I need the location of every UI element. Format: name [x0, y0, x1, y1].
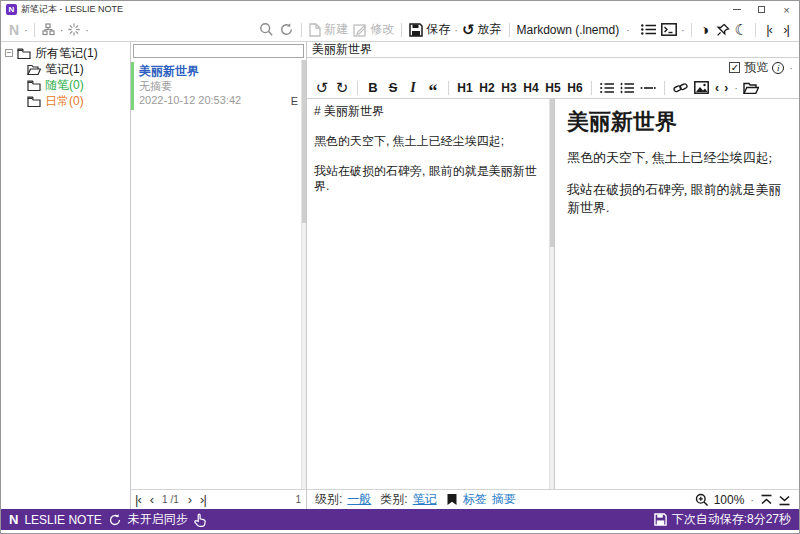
heading4-button[interactable]: H4 — [521, 78, 541, 98]
tree-view-dropdown-icon[interactable]: · — [60, 24, 64, 36]
heading5-button[interactable]: H5 — [543, 78, 563, 98]
collapse-right-panel-button[interactable]: ›| — [778, 20, 794, 40]
horizontal-rule-icon — [640, 82, 656, 94]
titlebar: N 新笔记本 - LESLIE NOTE × — [1, 1, 799, 18]
modify-note-button[interactable]: 修改 — [351, 20, 396, 40]
strikethrough-button[interactable]: S — [384, 78, 402, 98]
bookmark-icon[interactable] — [446, 493, 458, 506]
save-button[interactable]: 保存 — [407, 20, 452, 40]
note-title-input[interactable]: 美丽新世界 — [312, 41, 372, 58]
info-dropdown-icon[interactable]: · — [789, 62, 793, 74]
heading1-button[interactable]: H1 — [455, 78, 475, 98]
horizontal-rule-button[interactable] — [638, 78, 658, 98]
note-list-scrollbar[interactable] — [301, 60, 306, 489]
sync-icon[interactable] — [108, 513, 122, 527]
sidebar-item-all-notes[interactable]: − 所有笔记(1) — [1, 45, 130, 61]
sidebar-item-essays[interactable]: 随笔(0) — [1, 77, 130, 93]
refresh-button[interactable] — [277, 20, 296, 40]
preview-checkbox[interactable]: ✓ — [729, 62, 740, 73]
collapse-left-panel-button[interactable]: |‹ — [761, 20, 777, 40]
discard-button[interactable]: ↺ 放弃 — [460, 20, 504, 40]
tree-view-button[interactable] — [40, 20, 58, 40]
source-line: # 美丽新世界 — [314, 104, 542, 119]
zoom-dropdown-icon[interactable]: · — [750, 494, 754, 506]
next-page-button[interactable]: › — [188, 492, 191, 507]
new-document-icon — [309, 23, 321, 37]
undo-button[interactable]: ↺ — [313, 78, 331, 98]
dark-mode-button[interactable]: ☾ — [733, 20, 750, 40]
link-button[interactable] — [671, 78, 690, 98]
scroll-to-top-icon[interactable] — [760, 494, 773, 506]
close-button[interactable]: × — [774, 1, 799, 18]
last-page-button[interactable]: ›| — [200, 492, 206, 507]
zoom-in-icon[interactable] — [695, 493, 709, 507]
heading3-button[interactable]: H3 — [499, 78, 519, 98]
code-button[interactable]: ‹ › — [713, 78, 731, 98]
toolbar-separator — [34, 23, 35, 37]
bullet-list-button[interactable] — [598, 78, 616, 98]
prev-page-button[interactable]: ‹ — [150, 492, 153, 507]
source-line — [314, 119, 542, 134]
category-value-link[interactable]: 笔记 — [413, 491, 437, 508]
app-menu-dropdown-icon[interactable]: · — [24, 24, 28, 36]
scrollbar-thumb[interactable] — [550, 99, 554, 247]
terminal-dropdown-icon[interactable]: · — [681, 24, 685, 36]
editor-content: # 美丽新世界 黑色的天空下, 焦土上已经尘埃四起; 我站在破损的石碑旁, 眼前… — [307, 99, 799, 489]
source-scrollbar[interactable] — [549, 99, 554, 489]
note-count: 1 — [295, 494, 302, 505]
tree-expander-icon[interactable]: − — [5, 49, 13, 57]
search-button[interactable] — [257, 20, 276, 40]
image-button[interactable] — [692, 78, 711, 98]
first-page-button[interactable]: |‹ — [135, 492, 141, 507]
format-selector[interactable]: Markdown (.lnemd) — [515, 20, 622, 40]
save-dropdown-icon[interactable]: · — [454, 24, 458, 36]
sparkle-dropdown-icon[interactable]: · — [85, 24, 89, 36]
link-icon — [673, 81, 688, 95]
edit-icon — [353, 23, 367, 37]
maximize-button[interactable] — [749, 1, 774, 18]
scroll-to-bottom-icon[interactable] — [778, 494, 791, 506]
app-logo-icon: N — [6, 4, 17, 15]
heading6-button[interactable]: H6 — [565, 78, 585, 98]
tags-link[interactable]: 标签 — [463, 491, 487, 508]
bold-button[interactable]: B — [364, 78, 382, 98]
redo-button[interactable]: ↻ — [333, 78, 351, 98]
discard-label: 放弃 — [478, 21, 502, 38]
ordered-list-button[interactable] — [618, 78, 636, 98]
pin-button[interactable] — [714, 20, 732, 40]
markdown-source-pane[interactable]: # 美丽新世界 黑色的天空下, 焦土上已经尘埃四起; 我站在破损的石碑旁, 眼前… — [307, 99, 555, 489]
sidebar-item-notes[interactable]: 笔记(1) — [1, 61, 130, 77]
terminal-button[interactable] — [659, 20, 679, 40]
list-view-button[interactable] — [639, 20, 658, 40]
heading2-button[interactable]: H2 — [477, 78, 497, 98]
format-dropdown-icon[interactable]: · — [626, 24, 630, 36]
attachment-folder-button[interactable] — [741, 78, 761, 98]
folder-sidebar: − 所有笔记(1) 笔记(1) 随笔(0) 日常(0) — [1, 42, 131, 509]
app-menu-button[interactable]: N — [6, 20, 22, 40]
format-selector-value: Markdown (.lnemd) — [517, 23, 620, 37]
blockquote-button[interactable]: “ — [424, 78, 442, 98]
note-search-input[interactable] — [133, 44, 304, 58]
code-dropdown-icon[interactable]: · — [734, 82, 738, 94]
zoom-level: 100% — [714, 493, 745, 507]
search-icon — [259, 22, 274, 37]
note-list-item[interactable]: 美丽新世界 无摘要 2022-10-12 20:53:42 E — [131, 62, 306, 110]
autosave-countdown: 下次自动保存:8分27秒 — [672, 511, 791, 528]
note-list-panel: 美丽新世界 无摘要 2022-10-12 20:53:42 E |‹ ‹ 1 /… — [131, 42, 307, 509]
sidebar-item-label: 日常(0) — [45, 93, 84, 110]
new-note-button[interactable]: 新建 — [307, 20, 350, 40]
sparkle-button[interactable] — [65, 20, 83, 40]
level-value-link[interactable]: 一般 — [347, 491, 371, 508]
scrollbar-thumb[interactable] — [302, 60, 306, 223]
sidebar-item-daily[interactable]: 日常(0) — [1, 93, 130, 109]
window-bottom-edge — [1, 530, 799, 533]
markdown-preview-pane: 美丽新世界 黑色的天空下, 焦土上已经尘埃四起; 我站在破损的石碑旁, 眼前的就… — [555, 99, 799, 489]
italic-button[interactable]: I — [404, 78, 422, 98]
gesture-hand-icon[interactable] — [194, 513, 206, 527]
preview-checkbox-label[interactable]: 预览 — [744, 59, 768, 76]
minimize-button[interactable] — [724, 1, 749, 18]
collapse-right-icon: ›| — [783, 22, 789, 37]
info-icon[interactable]: i — [772, 62, 784, 74]
summary-link[interactable]: 摘要 — [492, 491, 516, 508]
contrast-theme-button[interactable]: ◑ — [697, 20, 713, 40]
